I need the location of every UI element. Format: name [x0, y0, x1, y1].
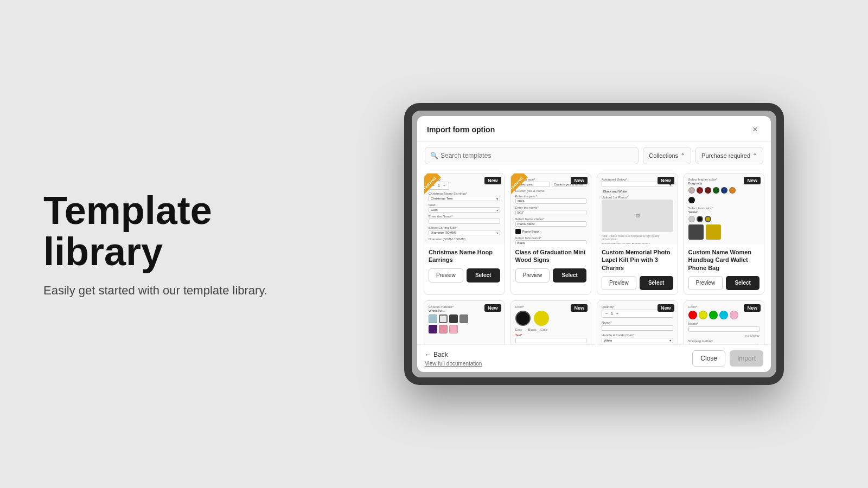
card-preview-6: New Color* [511, 301, 591, 344]
select-button-2[interactable]: Select [553, 268, 586, 282]
new-badge-1: New [484, 177, 501, 184]
card-info-4: Custom Name Women Handbag Card Wallet Ph… [684, 244, 764, 294]
template-grid: Featured New Quantity − 1 [424, 173, 764, 344]
close-icon[interactable]: × [749, 124, 761, 136]
new-badge-2: New [571, 177, 588, 184]
footer-close-button[interactable]: Close [692, 350, 725, 367]
page-subtitle: Easily get started with our template lib… [43, 284, 293, 298]
left-panel: Template library Easily get started with… [0, 158, 336, 330]
tablet-device: Import form option × 🔍 Collections ⌃ [404, 103, 784, 385]
card-name-4: Custom Name Women Handbag Card Wallet Ph… [688, 248, 760, 272]
preview-button-3[interactable]: Preview [602, 276, 636, 290]
footer-import-button[interactable]: Import [730, 350, 763, 367]
template-card-3: New Advanced Select* ▾ Black and White [597, 173, 678, 295]
back-arrow-icon: ← [425, 351, 431, 358]
mini-form-4: Select leather color* Burgundy [688, 178, 760, 240]
right-panel: Import form option × 🔍 Collections ⌃ [336, 92, 868, 396]
search-input[interactable] [425, 147, 639, 164]
card-actions-1: Preview Select [429, 268, 500, 282]
template-card-5: New Choose material* White Tur... [424, 300, 505, 344]
page-title: Template library [43, 190, 293, 272]
modal-search-bar: 🔍 Collections ⌃ Purchase required ⌃ [417, 142, 771, 169]
card-info-3: Custom Memorial Photo Lapel Kilt Pin wit… [597, 244, 678, 294]
card-name-1: Christmas Name Hoop Earrings [429, 248, 500, 264]
card-preview-1: Featured New Quantity − 1 [424, 174, 505, 244]
card-actions-3: Preview Select [602, 276, 673, 290]
card-name-2: Class of Graduation Mini Wood Signs [515, 248, 587, 264]
mini-form-3: Advanced Select* ▾ Black and White Uploa… [602, 178, 673, 244]
card-info-1: Christmas Name Hoop Earrings Preview Sel… [424, 244, 505, 294]
back-button[interactable]: ← Back [425, 351, 482, 358]
card-preview-8: New Color* [684, 301, 764, 344]
modal-header: Import form option × [417, 116, 771, 142]
new-badge-7: New [658, 304, 674, 312]
mini-form-1: Quantity − 1 + Chr [429, 178, 500, 241]
select-button-1[interactable]: Select [467, 268, 500, 282]
new-badge-4: New [744, 177, 761, 184]
preview-button-1[interactable]: Preview [429, 268, 463, 282]
card-preview-2: Featured New Select a type* Select year … [511, 174, 591, 244]
card-preview-7: New Quantity − 1 + [597, 301, 678, 344]
collections-filter[interactable]: Collections ⌃ [643, 147, 691, 164]
modal-body: Featured New Quantity − 1 [417, 169, 771, 344]
template-card-6: New Color* [510, 300, 592, 344]
modal-title: Import form option [427, 125, 495, 134]
select-button-3[interactable]: Select [640, 276, 673, 290]
new-badge-6: New [571, 304, 588, 312]
card-preview-3: New Advanced Select* ▾ Black and White [597, 174, 678, 244]
new-badge-5: New [484, 304, 501, 312]
doc-link[interactable]: View full documentation [425, 361, 482, 367]
template-card-8: New Color* [684, 300, 765, 344]
template-card-7: New Quantity − 1 + [597, 300, 678, 344]
card-info-2: Class of Graduation Mini Wood Signs Prev… [511, 244, 591, 294]
new-badge-3: New [658, 177, 674, 184]
preview-button-4[interactable]: Preview [688, 276, 723, 290]
new-badge-8: New [744, 304, 761, 312]
template-card-2: Featured New Select a type* Select year … [510, 173, 592, 295]
preview-button-2[interactable]: Preview [515, 268, 550, 282]
card-actions-2: Preview Select [515, 268, 587, 282]
template-card-4: New Select leather color* Burgundy [684, 173, 765, 295]
footer-actions: Close Import [692, 350, 763, 367]
mini-form-2: Select a type* Select year Custom yes & … [515, 178, 587, 244]
purchase-required-filter[interactable]: Purchase required ⌃ [695, 147, 763, 164]
card-preview-5: New Choose material* White Tur... [424, 301, 505, 344]
template-card-1: Featured New Quantity − 1 [424, 173, 505, 295]
modal-footer: ← Back View full documentation Close Imp… [417, 344, 771, 372]
card-name-3: Custom Memorial Photo Lapel Kilt Pin wit… [602, 248, 673, 272]
card-preview-4: New Select leather color* Burgundy [684, 174, 764, 244]
search-icon: 🔍 [430, 152, 438, 159]
select-button-4[interactable]: Select [726, 276, 760, 290]
modal-overlay: Import form option × 🔍 Collections ⌃ [412, 111, 776, 377]
card-actions-4: Preview Select [688, 276, 760, 290]
modal-dialog: Import form option × 🔍 Collections ⌃ [417, 116, 771, 372]
tablet-screen: Import form option × 🔍 Collections ⌃ [412, 111, 776, 377]
search-input-wrap: 🔍 [425, 147, 639, 164]
